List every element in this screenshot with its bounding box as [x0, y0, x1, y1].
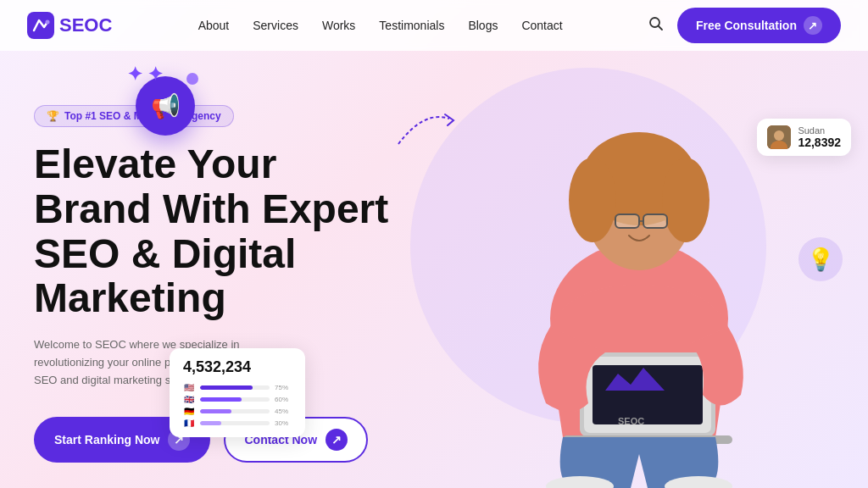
svg-rect-0 — [27, 12, 54, 39]
nav-about[interactable]: About — [198, 19, 230, 32]
bar-val-4: 30% — [275, 419, 292, 427]
svg-point-6 — [569, 158, 616, 242]
nav-works[interactable]: Works — [322, 19, 355, 32]
bar-bg-1 — [200, 385, 270, 390]
consultation-arrow-icon: ↗ — [804, 16, 822, 35]
nav-services[interactable]: Services — [253, 19, 298, 32]
flag-de: 🇩🇪 — [183, 407, 195, 415]
start-ranking-label: Start Ranking Now — [54, 433, 159, 446]
arrow-decoration-top — [390, 102, 458, 152]
hero-badge: 🏆 Top #1 SEO & Marketing Agency — [34, 105, 234, 127]
avatar-image — [767, 125, 791, 149]
analytics-bars: 🇺🇸 75% 🇬🇧 60% 🇩🇪 45% — [183, 383, 292, 427]
lightbulb-icon: 💡 — [798, 237, 843, 281]
stats-number: 12,8392 — [798, 136, 841, 149]
svg-point-2 — [650, 18, 659, 27]
stats-info: Sudan 12,8392 — [798, 125, 841, 149]
consultation-label: Free Consultation — [696, 19, 797, 32]
bar-bg-2 — [200, 397, 270, 402]
bar-val-3: 45% — [275, 408, 292, 415]
search-button[interactable] — [648, 16, 664, 36]
svg-text:SEOC: SEOC — [618, 416, 644, 426]
analytics-bar-row-3: 🇩🇪 45% — [183, 407, 292, 415]
svg-point-19 — [774, 130, 784, 141]
analytics-bar-row-4: 🇫🇷 30% — [183, 419, 292, 427]
navbar: SEOC About Services Works Testimonials B… — [0, 0, 868, 51]
svg-point-7 — [662, 158, 709, 242]
analytics-bar-row-1: 🇺🇸 75% — [183, 383, 292, 391]
consultation-button[interactable]: Free Consultation ↗ — [677, 8, 841, 43]
bar-bg-3 — [200, 409, 270, 413]
bar-val-2: 60% — [275, 396, 292, 403]
bar-fill-1 — [200, 385, 253, 390]
hero-title-line2: Brand With Expert — [34, 186, 388, 231]
sparkle-decoration: ✦ ✦ — [127, 64, 163, 86]
svg-rect-8 — [615, 214, 639, 228]
badge-icon: 🏆 — [47, 110, 59, 122]
contact-now-arrow-icon: ↗ — [326, 429, 348, 451]
svg-point-1 — [46, 20, 50, 25]
logo-icon — [27, 12, 54, 39]
flag-us: 🇺🇸 — [183, 383, 195, 391]
hero-title-line1: Elevate Your — [34, 141, 276, 186]
analytics-card: 4,532,234 🇺🇸 75% 🇬🇧 60% 🇩🇪 — [170, 348, 305, 437]
logo[interactable]: SEOC — [27, 12, 112, 39]
bar-val-1: 75% — [275, 384, 292, 391]
flag-gb: 🇬🇧 — [183, 395, 195, 403]
analytics-number: 4,532,234 — [183, 358, 292, 376]
nav-contact[interactable]: Contact — [521, 19, 562, 32]
svg-rect-9 — [643, 214, 667, 228]
analytics-bar-row-2: 🇬🇧 60% — [183, 395, 292, 403]
flag-fr: 🇫🇷 — [183, 419, 195, 427]
bar-fill-2 — [200, 397, 242, 402]
hero-title-line4: Marketing — [34, 275, 226, 320]
stats-card-sudan: Sudan 12,8392 — [757, 119, 851, 156]
person-svg: SEOC — [478, 81, 800, 488]
hero-title-line3: SEO & Digital — [34, 231, 296, 276]
stats-avatar — [767, 125, 791, 149]
bar-fill-4 — [200, 421, 221, 425]
nav-links: About Services Works Testimonials Blogs … — [198, 18, 563, 33]
nav-right: Free Consultation ↗ — [648, 8, 841, 43]
bar-bg-4 — [200, 421, 270, 425]
stats-name: Sudan — [798, 125, 841, 136]
nav-testimonials[interactable]: Testimonials — [379, 19, 444, 32]
hero-title: Elevate Your Brand With Expert SEO & Dig… — [34, 142, 388, 321]
bar-fill-3 — [200, 409, 231, 413]
search-icon — [648, 16, 664, 31]
logo-text: SEOC — [59, 14, 112, 36]
hero-section: 🏆 Top #1 SEO & Marketing Agency Elevate … — [0, 51, 868, 488]
nav-blogs[interactable]: Blogs — [468, 19, 498, 32]
